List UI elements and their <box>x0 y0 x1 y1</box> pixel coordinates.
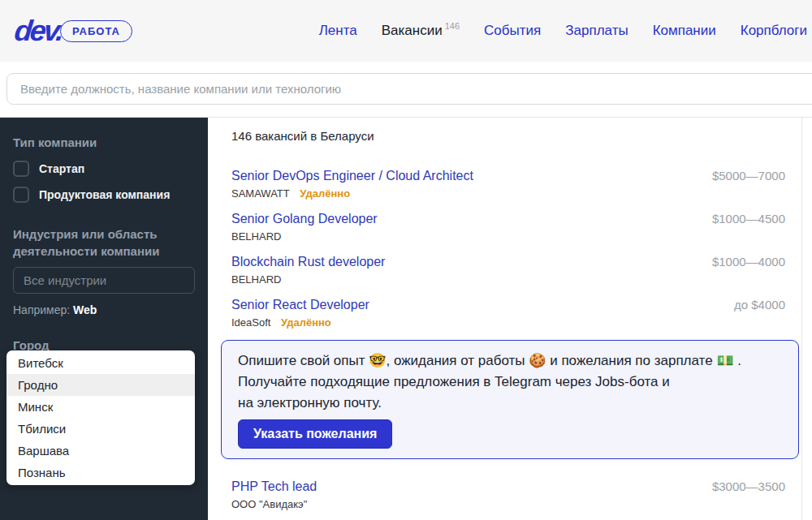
set-preferences-button[interactable]: Указать пожелания <box>238 419 392 449</box>
job-company: ООО "Авидакэ" <box>231 498 307 510</box>
dropdown-item-poznan[interactable]: Познань <box>6 462 195 483</box>
job-meta: BELHARD <box>231 272 699 286</box>
job-main: Senior React Developer IdeaSoft Удалённо <box>231 297 721 329</box>
vacancies-count-badge: 146 <box>445 21 460 31</box>
promo-text-line1: Опишите свой опыт 🤓, ожидания от работы … <box>238 350 782 372</box>
job-meta: ООО "Авидакэ" <box>231 496 699 511</box>
job-title-link[interactable]: PHP Tech lead <box>231 479 317 495</box>
job-main: PHP Tech lead ООО "Авидакэ" <box>231 479 699 511</box>
job-meta: BELHARD <box>231 229 699 243</box>
logo-rabota-badge: РАБОТА <box>60 20 132 42</box>
job-row[interactable]: Blockchain Rust developer BELHARD $1000—… <box>231 254 785 286</box>
job-company: IdeaSoft <box>231 316 270 329</box>
job-salary: $1000—4000 <box>712 254 785 270</box>
jobs-panel: 146 вакансий в Беларуси Senior DevOps En… <box>208 118 802 520</box>
nav-item-events[interactable]: События <box>484 23 541 39</box>
checkbox-product-company[interactable]: Продуктовая компания <box>13 187 195 203</box>
job-salary: $3000—3500 <box>712 479 785 495</box>
nav-item-companies[interactable]: Компании <box>653 23 716 39</box>
jobs-list: 146 вакансий в Беларуси Senior DevOps En… <box>208 118 801 520</box>
filters-sidebar: Тип компании Стартап Продуктовая компани… <box>0 118 208 520</box>
checkbox-icon[interactable] <box>13 187 29 203</box>
job-row[interactable]: Senior React Developer IdeaSoft Удалённо… <box>231 297 785 329</box>
job-remote-badge: Удалённо <box>300 187 350 200</box>
nav-item-lenta[interactable]: Лента <box>319 23 357 39</box>
dropdown-item-tbilisi[interactable]: Тбилиси <box>6 418 195 440</box>
job-salary: $5000—7000 <box>712 168 785 184</box>
search-section <box>0 62 812 118</box>
job-main: Blockchain Rust developer BELHARD <box>231 254 699 286</box>
header: dev. РАБОТА Лента Вакансии146 События За… <box>0 0 812 62</box>
job-salary: $1000—4500 <box>712 211 785 227</box>
job-title-link[interactable]: Senior React Developer <box>231 297 369 313</box>
promo-text-line2: Получайте подходящие предложения в Teleg… <box>238 372 782 393</box>
job-main: Senior DevOps Engineer / Cloud Architect… <box>231 168 699 200</box>
page: dev. РАБОТА Лента Вакансии146 События За… <box>0 0 812 520</box>
city-dropdown: Витебск Гродно Минск Тбилиси Варшава Поз… <box>6 350 195 485</box>
checkbox-product-company-label: Продуктовая компания <box>39 188 170 201</box>
dev-logo[interactable]: dev. РАБОТА <box>15 16 132 45</box>
job-row[interactable]: Senior DevOps Engineer / Cloud Architect… <box>231 168 785 200</box>
dropdown-item-vitebsk[interactable]: Витебск <box>6 352 195 374</box>
dev-logo-script: dev. <box>13 16 63 45</box>
nav-item-vacancies[interactable]: Вакансии146 <box>382 23 460 39</box>
industry-hint: Например: Web <box>13 303 195 316</box>
industry-input[interactable] <box>13 267 195 294</box>
checkbox-startup-label: Стартап <box>39 162 84 175</box>
job-company: BELHARD <box>231 273 281 286</box>
job-remote-badge: Удалённо <box>281 316 331 329</box>
main-nav: Лента Вакансии146 События Зарплаты Компа… <box>319 23 807 39</box>
nav-vacancies-label: Вакансии <box>382 23 443 38</box>
job-title-link[interactable]: Senior Golang Developer <box>231 211 378 227</box>
checkbox-startup[interactable]: Стартап <box>13 161 195 177</box>
results-count: 146 вакансий в Беларуси <box>231 129 785 144</box>
job-company: BELHARD <box>231 230 281 243</box>
company-type-label: Тип компании <box>13 134 195 151</box>
job-row[interactable]: PHP Tech lead ООО "Авидакэ" $3000—3500 <box>231 479 785 511</box>
promo-card: Опишите свой опыт 🤓, ожидания от работы … <box>221 340 799 459</box>
industry-hint-prefix: Например: <box>13 303 70 316</box>
job-meta: IdeaSoft Удалённо <box>231 315 721 329</box>
job-title-link[interactable]: Blockchain Rust developer <box>231 254 385 270</box>
nav-item-salaries[interactable]: Зарплаты <box>565 23 628 39</box>
dropdown-item-warsaw[interactable]: Варшава <box>6 440 195 462</box>
job-salary: до $4000 <box>734 297 785 313</box>
dropdown-item-grodno[interactable]: Гродно <box>6 374 195 396</box>
search-input[interactable] <box>6 73 812 105</box>
job-company: SAMAWATT <box>231 187 290 200</box>
dropdown-item-minsk[interactable]: Минск <box>6 396 195 418</box>
nav-item-corpblogs[interactable]: Корпблоги <box>741 23 807 39</box>
job-row[interactable]: Senior Golang Developer BELHARD $1000—45… <box>231 211 785 243</box>
industry-label: Индустрия или область деятельности компа… <box>13 226 184 260</box>
checkbox-icon[interactable] <box>13 161 29 177</box>
job-meta: SAMAWATT Удалённо <box>231 186 699 200</box>
industry-hint-value: Web <box>73 303 97 316</box>
promo-text-line3: на электронную почту. <box>238 393 782 414</box>
job-title-link[interactable]: Senior DevOps Engineer / Cloud Architect <box>231 168 473 184</box>
job-main: Senior Golang Developer BELHARD <box>231 211 699 243</box>
